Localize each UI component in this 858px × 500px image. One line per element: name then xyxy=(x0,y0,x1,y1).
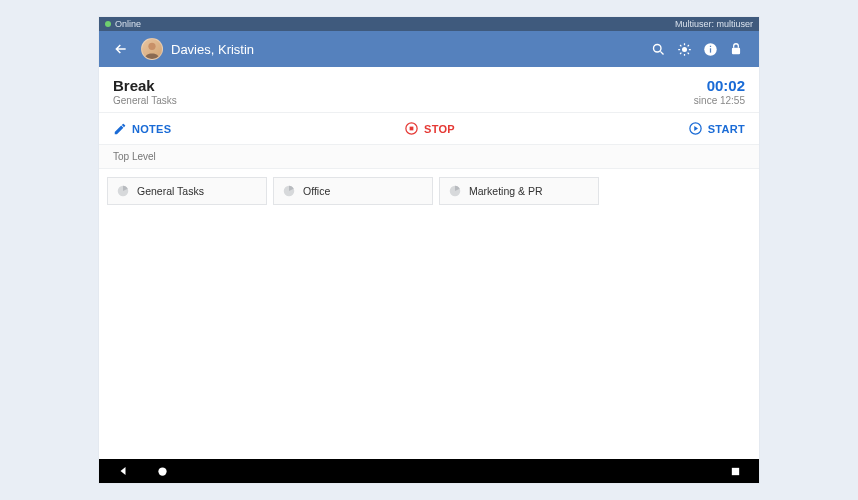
category-card[interactable]: Office xyxy=(273,177,433,205)
square-recent-icon xyxy=(730,466,741,477)
svg-rect-8 xyxy=(410,127,414,131)
multiuser-label: Multiuser: multiuser xyxy=(675,19,753,29)
online-indicator-icon xyxy=(105,21,111,27)
category-card[interactable]: General Tasks xyxy=(107,177,267,205)
circle-home-icon xyxy=(157,466,168,477)
stop-button[interactable]: STOP xyxy=(404,121,455,136)
category-cards: General Tasks Office Marketing & PR xyxy=(99,169,759,213)
task-subtitle: General Tasks xyxy=(113,95,177,106)
svg-rect-5 xyxy=(709,45,710,46)
app-window: Online Multiuser: multiuser Davies, Kris… xyxy=(99,17,759,483)
nav-back-button[interactable] xyxy=(117,465,129,477)
status-bar: Online Multiuser: multiuser xyxy=(99,17,759,31)
svg-rect-4 xyxy=(709,48,710,52)
user-avatar[interactable] xyxy=(141,38,163,60)
nav-home-button[interactable] xyxy=(157,466,168,477)
timer-value: 00:02 xyxy=(694,77,745,94)
card-label: Office xyxy=(303,185,330,197)
info-icon xyxy=(703,42,718,57)
svg-point-13 xyxy=(158,467,166,475)
play-icon xyxy=(688,121,703,136)
back-button[interactable] xyxy=(109,37,133,61)
arrow-left-icon xyxy=(113,41,129,57)
pie-icon xyxy=(116,184,130,198)
svg-point-0 xyxy=(148,43,155,50)
start-button[interactable]: START xyxy=(688,121,745,136)
svg-rect-6 xyxy=(732,48,740,54)
pie-icon xyxy=(282,184,296,198)
pencil-icon xyxy=(113,122,127,136)
username-label: Davies, Kristin xyxy=(171,42,254,57)
sun-icon xyxy=(677,42,692,57)
start-label: START xyxy=(708,123,745,135)
notes-label: NOTES xyxy=(132,123,171,135)
search-icon xyxy=(651,42,666,57)
breadcrumb[interactable]: Top Level xyxy=(99,145,759,169)
info-button[interactable] xyxy=(697,36,723,62)
timer-since: since 12:55 xyxy=(694,95,745,106)
svg-point-1 xyxy=(653,44,661,52)
search-button[interactable] xyxy=(645,36,671,62)
brightness-button[interactable] xyxy=(671,36,697,62)
lock-icon xyxy=(729,42,743,56)
task-header: Break General Tasks 00:02 since 12:55 xyxy=(99,67,759,113)
svg-point-2 xyxy=(682,47,687,52)
system-navbar xyxy=(99,459,759,483)
stop-icon xyxy=(404,121,419,136)
action-bar: NOTES STOP START xyxy=(99,113,759,145)
app-header: Davies, Kristin xyxy=(99,31,759,67)
svg-rect-14 xyxy=(732,467,739,474)
task-title: Break xyxy=(113,77,177,94)
stop-label: STOP xyxy=(424,123,455,135)
card-label: Marketing & PR xyxy=(469,185,543,197)
avatar-image-icon xyxy=(142,38,162,60)
content-area xyxy=(99,213,759,459)
lock-button[interactable] xyxy=(723,36,749,62)
category-card[interactable]: Marketing & PR xyxy=(439,177,599,205)
nav-recent-button[interactable] xyxy=(730,466,741,477)
notes-button[interactable]: NOTES xyxy=(113,122,171,136)
triangle-back-icon xyxy=(117,465,129,477)
card-label: General Tasks xyxy=(137,185,204,197)
online-label: Online xyxy=(115,19,141,29)
pie-icon xyxy=(448,184,462,198)
